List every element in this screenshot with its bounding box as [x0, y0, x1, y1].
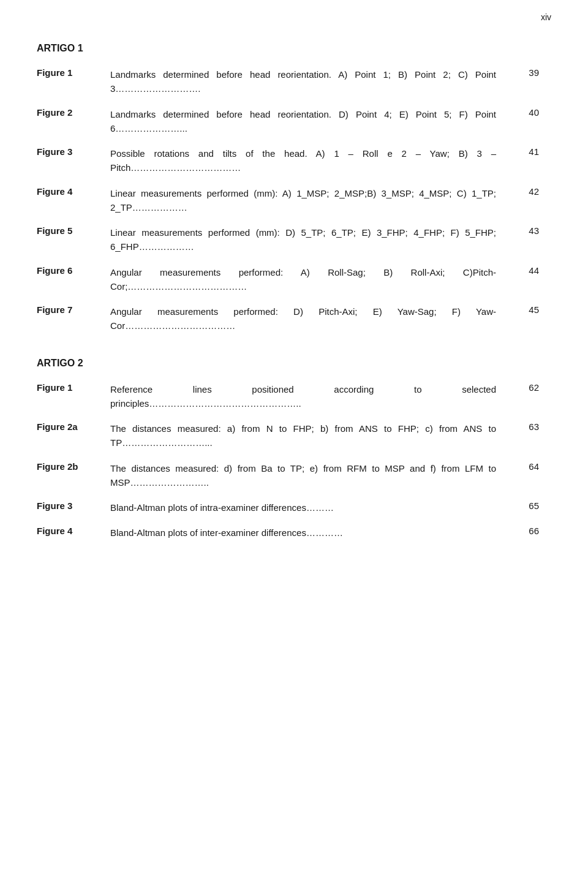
table-row: Figure 4 Bland-Altman plots of inter-exa… — [37, 526, 539, 540]
figure-label: Figure 2b — [37, 461, 110, 472]
artigo1-heading: ARTIGO 1 — [37, 43, 539, 54]
table-row: Figure 5 Linear measurements performed (… — [37, 225, 539, 254]
figure-desc: Angular measurements performed: D) Pitch… — [110, 304, 514, 333]
figure-desc: Angular measurements performed: A) Roll-… — [110, 265, 514, 294]
figure-desc: Reference lines positioned according to … — [110, 382, 514, 411]
table-row: Figure 1 Landmarks determined before hea… — [37, 67, 539, 96]
figure-page: 64 — [514, 461, 539, 472]
figure-page: 41 — [514, 146, 539, 157]
table-row: Figure 4 Linear measurements performed (… — [37, 186, 539, 215]
table-row: Figure 6 Angular measurements performed:… — [37, 265, 539, 294]
figure-page: 42 — [514, 186, 539, 197]
figure-label: Figure 1 — [37, 67, 110, 78]
figure-page: 40 — [514, 107, 539, 118]
figure-page: 44 — [514, 265, 539, 276]
figure-page: 39 — [514, 67, 539, 78]
figure-desc: Bland-Altman plots of inter-examiner dif… — [110, 526, 514, 540]
table-row: Figure 2b The distances measured: d) fro… — [37, 461, 539, 490]
figure-label: Figure 3 — [37, 500, 110, 511]
figure-label: Figure 2a — [37, 421, 110, 432]
table-row: Figure 7 Angular measurements performed:… — [37, 304, 539, 333]
figure-list: ARTIGO 1 Figure 1 Landmarks determined b… — [37, 43, 539, 540]
table-row: Figure 3 Bland-Altman plots of intra-exa… — [37, 500, 539, 515]
artigo2-heading: ARTIGO 2 — [37, 358, 539, 369]
figure-label: Figure 1 — [37, 382, 110, 393]
page-container: xiv ARTIGO 1 Figure 1 Landmarks determin… — [0, 0, 588, 588]
figure-desc: The distances measured: a) from N to FHP… — [110, 421, 514, 450]
table-row: Figure 2 Landmarks determined before hea… — [37, 107, 539, 136]
figure-label: Figure 4 — [37, 526, 110, 536]
figure-desc: Linear measurements performed (mm): A) 1… — [110, 186, 514, 215]
figure-label: Figure 5 — [37, 225, 110, 236]
table-row: Figure 2a The distances measured: a) fro… — [37, 421, 539, 450]
figure-desc: The distances measured: d) from Ba to TP… — [110, 461, 514, 490]
figure-desc: Landmarks determined before head reorien… — [110, 107, 514, 136]
figure-page: 66 — [514, 526, 539, 536]
figure-page: 63 — [514, 421, 539, 432]
figure-label: Figure 4 — [37, 186, 110, 197]
table-row: Figure 3 Possible rotations and tilts of… — [37, 146, 539, 175]
figure-label: Figure 3 — [37, 146, 110, 157]
figure-desc: Linear measurements performed (mm): D) 5… — [110, 225, 514, 254]
figure-desc: Possible rotations and tilts of the head… — [110, 146, 514, 175]
figure-desc: Bland-Altman plots of intra-examiner dif… — [110, 500, 514, 515]
section-gap: ARTIGO 2 — [37, 358, 539, 369]
figure-label: Figure 6 — [37, 265, 110, 276]
figure-desc: Landmarks determined before head reorien… — [110, 67, 514, 96]
figure-page: 45 — [514, 304, 539, 315]
figure-page: 43 — [514, 225, 539, 236]
figure-page: 62 — [514, 382, 539, 393]
figure-label: Figure 2 — [37, 107, 110, 118]
figure-label: Figure 7 — [37, 304, 110, 315]
figure-page: 65 — [514, 500, 539, 511]
table-row: Figure 1 Reference lines positioned acco… — [37, 382, 539, 411]
page-number: xiv — [541, 12, 551, 22]
